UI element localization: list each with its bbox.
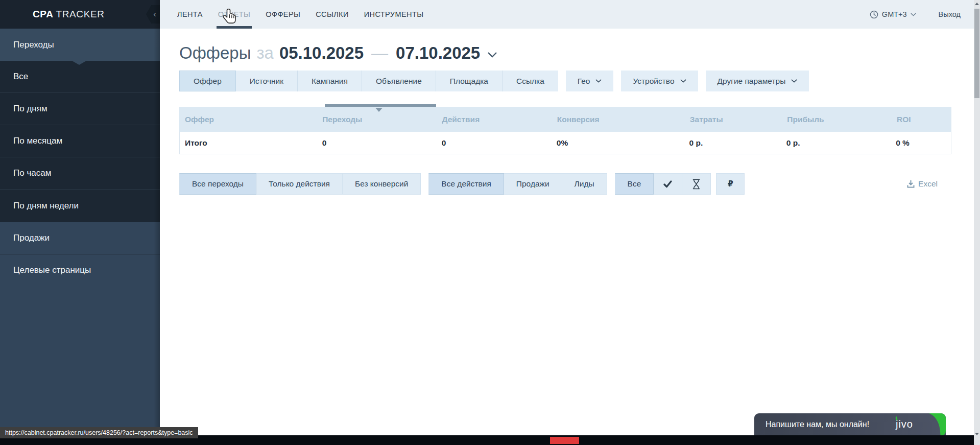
- nav-item-label: ССЫЛКИ: [316, 10, 349, 18]
- chevron-down-icon: [595, 79, 602, 83]
- column-header-perehody[interactable]: Переходы: [317, 115, 436, 124]
- tab-drugie-parametry-dropdown[interactable]: Другие параметры: [706, 71, 809, 91]
- nav-item-instrumenty[interactable]: ИНСТРУМЕНТЫ: [364, 0, 424, 29]
- status-filter-group: Все: [615, 173, 711, 195]
- ruble-icon: ₽: [728, 179, 733, 189]
- sidebar-item-po-mesyacam[interactable]: По месяцам: [0, 125, 160, 157]
- vertical-scrollbar[interactable]: [974, 0, 980, 445]
- column-header-roi[interactable]: ROI: [891, 115, 951, 124]
- chevron-down-icon: [680, 79, 686, 83]
- tab-ustroystvo-dropdown[interactable]: Устройство: [621, 71, 698, 91]
- filter-vse-deystviya[interactable]: Все действия: [428, 173, 504, 195]
- filter-status-confirmed[interactable]: [654, 173, 682, 195]
- column-header-zatraty[interactable]: Затраты: [684, 115, 782, 124]
- filter-lidy[interactable]: Лиды: [562, 173, 607, 195]
- tab-obyavlenie[interactable]: Объявление: [362, 71, 436, 91]
- scrollbar-down-arrow-icon[interactable]: [975, 433, 979, 435]
- nav-item-label: ИНСТРУМЕНТЫ: [364, 10, 424, 18]
- brand-bold: CPA: [33, 9, 54, 19]
- clock-icon: [870, 10, 878, 19]
- tab-label: Другие параметры: [718, 77, 786, 86]
- sidebar-item-vse[interactable]: Все: [0, 61, 160, 93]
- sidebar-item-label: По дням: [13, 104, 47, 114]
- scrollbar-up-arrow-icon[interactable]: [975, 3, 979, 5]
- jivo-leaf-icon: [925, 413, 946, 435]
- date-from: 05.10.2025: [279, 43, 364, 63]
- filter-prodazhi[interactable]: Продажи: [504, 173, 562, 195]
- filter-label: Продажи: [516, 179, 549, 189]
- export-excel-button[interactable]: Excel: [907, 179, 938, 189]
- sidebar-item-po-chasam[interactable]: По часам: [0, 157, 160, 190]
- tab-geo-dropdown[interactable]: Гео: [566, 71, 614, 91]
- tab-label: Источник: [250, 77, 283, 86]
- nav-item-label: ОТЧЕТЫ: [218, 10, 251, 18]
- sidebar-item-label: Все: [13, 72, 28, 82]
- dimension-tabs: Оффер Источник Кампания Объявление Площа…: [179, 71, 558, 91]
- sidebar-item-celevye-stranicy[interactable]: Целевые страницы: [0, 254, 160, 286]
- jivo-chat-widget[interactable]: Напишите нам, мы онлайн! jivo: [754, 413, 946, 435]
- chevron-down-icon: [791, 79, 797, 83]
- status-url-text: https://cabinet.cpatracker.ru/users/4825…: [5, 429, 193, 436]
- column-header-pribyl[interactable]: Прибыль: [781, 115, 891, 124]
- page-title: Офферы: [179, 43, 251, 63]
- totals-roi: 0 %: [891, 138, 951, 148]
- sidebar-item-po-dnyam[interactable]: По дням: [0, 93, 160, 125]
- taskbar-red-segment: [550, 437, 579, 444]
- filter-bez-konversiy[interactable]: Без конверсий: [343, 173, 421, 195]
- nav-item-ssylki[interactable]: ССЫЛКИ: [316, 0, 349, 29]
- collapse-arrow-icon: ‹: [153, 9, 156, 19]
- scrollbar-thumb[interactable]: [974, 9, 979, 98]
- column-header-deystviya[interactable]: Действия: [436, 115, 551, 124]
- cpa-tracker-screen: CPATRACKER ‹ Переходы Все По дням По мес…: [0, 0, 980, 445]
- filter-tolko-deystviya[interactable]: Только действия: [256, 173, 343, 195]
- nav-item-offery[interactable]: ОФФЕРЫ: [266, 0, 300, 29]
- sidebar-header: CPATRACKER ‹: [0, 0, 160, 29]
- sidebar-item-perehody[interactable]: Переходы: [0, 29, 160, 61]
- timezone-selector[interactable]: GMT+3: [870, 10, 916, 19]
- filter-label: Без конверсий: [355, 179, 408, 189]
- brand-rest: TRACKER: [56, 9, 105, 19]
- tab-label: Объявление: [376, 77, 422, 86]
- nav-item-lenta[interactable]: ЛЕНТА: [177, 0, 203, 29]
- filter-status-pending[interactable]: [682, 173, 711, 195]
- sidebar-item-label: Переходы: [13, 40, 54, 50]
- tab-istochnik[interactable]: Источник: [236, 71, 298, 91]
- totals-perehody: 0: [317, 138, 437, 148]
- sidebar-item-label: Целевые страницы: [13, 265, 91, 275]
- top-navigation: ЛЕНТА ОТЧЕТЫ ОФФЕРЫ ССЫЛКИ ИНСТРУМЕНТЫ G…: [160, 0, 974, 29]
- tab-offer[interactable]: Оффер: [179, 71, 236, 91]
- nav-item-otchety[interactable]: ОТЧЕТЫ: [218, 0, 251, 29]
- tab-ploshchadka[interactable]: Площадка: [436, 71, 503, 91]
- filter-label: Все действия: [441, 179, 491, 189]
- checkmark-icon: [663, 180, 672, 188]
- logout-link[interactable]: Выход: [939, 10, 961, 18]
- traffic-filter-group: Все переходы Только действия Без конверс…: [179, 173, 421, 195]
- filter-vse-perehody[interactable]: Все переходы: [179, 173, 256, 195]
- report-content: Офферы за 05.10.2025 — 07.10.2025 Оффер …: [179, 29, 951, 195]
- sort-indicator-arrow: [375, 108, 383, 112]
- column-header-offer[interactable]: Оффер: [179, 115, 317, 124]
- sidebar-item-label: По месяцам: [13, 136, 62, 146]
- sort-indicator-bar: [325, 104, 436, 107]
- tab-kampaniya[interactable]: Кампания: [298, 71, 362, 91]
- tab-label: Кампания: [312, 77, 348, 86]
- sidebar-collapse-button[interactable]: ‹: [146, 5, 160, 24]
- filter-label: Только действия: [269, 179, 330, 189]
- timezone-label: GMT+3: [882, 10, 907, 18]
- sidebar-item-prodazhi[interactable]: Продажи: [0, 222, 160, 254]
- currency-ruble-button[interactable]: ₽: [716, 173, 745, 195]
- tab-label: Площадка: [450, 77, 488, 86]
- hourglass-icon: [692, 179, 701, 190]
- sidebar-item-po-dnyam-nedeli[interactable]: По дням недели: [0, 190, 160, 222]
- download-icon: [907, 180, 915, 188]
- column-header-konversiya[interactable]: Конверсия: [552, 115, 684, 124]
- nav-item-label: ОФФЕРЫ: [266, 10, 300, 18]
- jivo-logo-text: jivo: [896, 418, 913, 430]
- tab-ssylka[interactable]: Ссылка: [503, 71, 558, 91]
- currency-filter-group: ₽: [716, 173, 745, 195]
- filter-bar: Все переходы Только действия Без конверс…: [179, 173, 951, 195]
- date-range-picker[interactable]: Офферы за 05.10.2025 — 07.10.2025: [179, 42, 951, 64]
- totals-pribyl: 0 р.: [781, 138, 891, 148]
- chevron-down-icon: [911, 13, 916, 16]
- filter-status-vse[interactable]: Все: [615, 173, 654, 195]
